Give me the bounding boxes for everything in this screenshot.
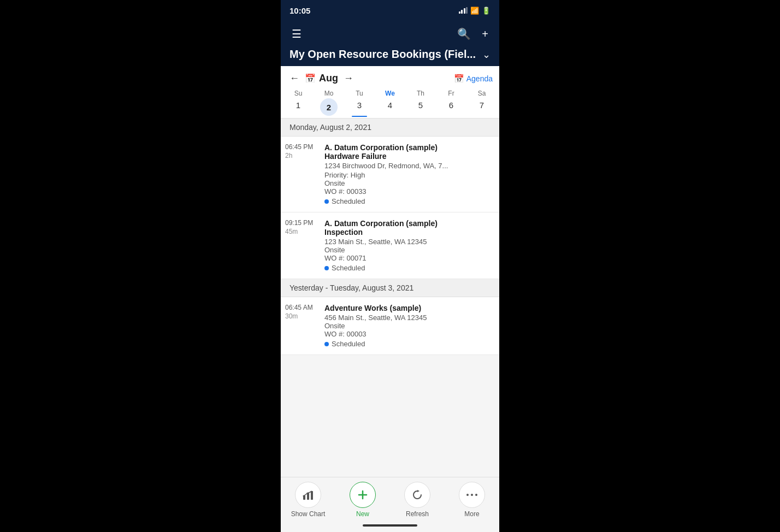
booking-time-col: 06:45 AM 30m — [285, 304, 324, 348]
status-dot — [324, 342, 329, 346]
agenda-icon: 📅 — [454, 74, 464, 84]
new-label: New — [356, 510, 369, 518]
week-dates: 1 2 3 4 5 6 7 — [281, 98, 499, 118]
signal-icon — [459, 7, 468, 14]
day-su: Su — [283, 88, 314, 98]
status-icons: 📶 🔋 — [459, 7, 491, 15]
booking-details: A. Datum Corporation (sample) Inspection… — [324, 219, 493, 272]
agenda-button[interactable]: 📅 Agenda — [454, 74, 493, 84]
booking-type: Onsite — [324, 322, 493, 330]
menu-button[interactable]: ☰ — [289, 25, 304, 43]
booking-type: Onsite — [324, 246, 493, 254]
refresh-icon-circle — [404, 482, 430, 508]
new-icon-circle — [350, 482, 376, 508]
calendar-icon: 📅 — [305, 73, 316, 84]
date-2[interactable]: 2 — [320, 98, 338, 116]
section-header-1: Monday, August 2, 2021 — [281, 119, 499, 137]
day-fr: Fr — [436, 88, 466, 98]
booking-time: 06:45 PM — [285, 143, 313, 151]
booking-duration: 45m — [285, 228, 298, 235]
battery-icon: 🔋 — [482, 7, 491, 15]
svg-point-8 — [466, 494, 469, 496]
booking-duration: 30m — [285, 312, 298, 320]
app-header: ☰ 🔍 + My Open Resource Bookings (Fiel...… — [281, 20, 499, 66]
status-dot — [324, 199, 329, 204]
booking-priority: Priority: High — [324, 171, 493, 179]
booking-details: A. Datum Corporation (sample) Hardware F… — [324, 143, 493, 205]
booking-status: Scheduled — [324, 197, 493, 205]
booking-company: A. Datum Corporation (sample) — [324, 143, 493, 152]
dropdown-chevron-icon[interactable]: ⌄ — [482, 49, 491, 61]
calendar-next-button[interactable]: → — [341, 72, 356, 85]
status-bar: 10:05 📶 🔋 — [281, 0, 499, 20]
home-bar — [363, 524, 417, 527]
day-mo: Mo — [314, 88, 344, 98]
calendar-nav: ← 📅 Aug → 📅 Agenda — [281, 66, 499, 88]
status-label: Scheduled — [332, 197, 365, 205]
svg-point-10 — [475, 494, 477, 496]
refresh-button[interactable]: Refresh — [390, 482, 445, 518]
date-5[interactable]: 5 — [405, 98, 436, 116]
booking-time: 06:45 AM — [285, 304, 313, 311]
svg-point-9 — [471, 494, 473, 496]
chart-icon-circle — [295, 482, 321, 508]
new-button[interactable]: New — [335, 482, 390, 518]
booking-company: A. Datum Corporation (sample) — [324, 219, 493, 228]
booking-address: 1234 Birchwood Dr, Redmond, WA, 7... — [324, 162, 493, 170]
more-icon-circle — [459, 482, 485, 508]
booking-time-col: 09:15 PM 45m — [285, 219, 324, 272]
status-label: Scheduled — [332, 340, 365, 348]
date-3[interactable]: 3 — [344, 98, 375, 116]
date-4[interactable]: 4 — [375, 98, 405, 116]
date-6[interactable]: 6 — [436, 98, 466, 116]
day-sa: Sa — [466, 88, 497, 98]
booking-time: 09:15 PM — [285, 219, 313, 227]
bottom-toolbar: Show Chart New Refresh — [281, 477, 499, 520]
table-row[interactable]: 09:15 PM 45m A. Datum Corporation (sampl… — [281, 212, 499, 279]
svg-point-5 — [311, 491, 312, 493]
svg-point-3 — [303, 495, 305, 497]
table-row[interactable]: 06:45 PM 2h A. Datum Corporation (sample… — [281, 137, 499, 212]
home-indicator — [281, 520, 499, 532]
booking-title: Inspection — [324, 228, 493, 237]
svg-point-4 — [307, 493, 309, 494]
booking-status: Scheduled — [324, 340, 493, 348]
show-chart-button[interactable]: Show Chart — [281, 482, 335, 518]
booking-list: Monday, August 2, 2021 06:45 PM 2h A. Da… — [281, 119, 499, 477]
refresh-icon — [411, 489, 423, 501]
header-actions: 🔍 + — [455, 25, 491, 43]
day-we: We — [375, 88, 405, 98]
booking-company: Adventure Works (sample) — [324, 304, 493, 312]
refresh-label: Refresh — [406, 510, 429, 518]
week-days-header: Su Mo Tu We Th Fr Sa — [281, 88, 499, 98]
cal-nav-left: ← 📅 Aug → — [287, 72, 356, 85]
table-row[interactable]: 06:45 AM 30m Adventure Works (sample) 45… — [281, 297, 499, 355]
status-time: 10:05 — [289, 6, 310, 15]
header-title-row: My Open Resource Bookings (Fiel... ⌄ — [289, 48, 491, 61]
chart-icon — [302, 489, 314, 501]
add-button[interactable]: + — [480, 25, 491, 43]
calendar-month: Aug — [319, 73, 338, 84]
booking-wo: WO #: 00071 — [324, 254, 493, 262]
search-button[interactable]: 🔍 — [455, 25, 473, 43]
day-tu: Tu — [344, 88, 375, 98]
booking-status: Scheduled — [324, 264, 493, 272]
agenda-label: Agenda — [466, 74, 493, 83]
status-label: Scheduled — [332, 264, 365, 272]
booking-title: Hardware Failure — [324, 152, 493, 161]
wifi-icon: 📶 — [470, 7, 479, 15]
booking-wo: WO #: 00033 — [324, 187, 493, 196]
calendar-prev-button[interactable]: ← — [287, 72, 302, 85]
more-button[interactable]: More — [445, 482, 499, 518]
calendar-strip: ← 📅 Aug → 📅 Agenda Su Mo Tu We Th Fr Sa — [281, 66, 499, 119]
date-1[interactable]: 1 — [283, 98, 314, 116]
date-7[interactable]: 7 — [466, 98, 497, 116]
booking-wo: WO #: 00003 — [324, 330, 493, 338]
more-icon — [466, 492, 478, 498]
more-label: More — [464, 510, 479, 518]
booking-address: 456 Main St., Seattle, WA 12345 — [324, 314, 493, 322]
plus-icon — [357, 489, 369, 501]
page-title: My Open Resource Bookings (Fiel... — [289, 48, 478, 61]
booking-type: Onsite — [324, 179, 493, 187]
day-th: Th — [405, 88, 436, 98]
